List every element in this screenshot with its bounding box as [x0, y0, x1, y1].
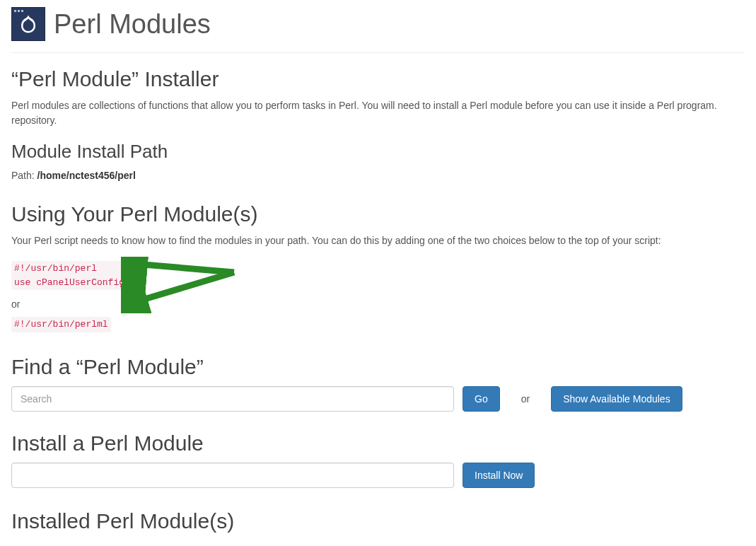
using-description: Your Perl script needs to know how to fi…: [11, 233, 745, 248]
go-button[interactable]: Go: [463, 386, 500, 412]
install-path-line: Path: /home/nctest456/perl: [11, 170, 745, 181]
show-available-modules-button[interactable]: Show Available Modules: [551, 386, 682, 412]
code-snippet-1: #!/usr/bin/perl use cPanelUserConfig;: [11, 261, 133, 290]
install-path-value: /home/nctest456/perl: [37, 170, 136, 181]
perl-onion-icon: [11, 7, 45, 41]
install-module-input[interactable]: [11, 463, 454, 488]
installed-heading: Installed Perl Module(s): [11, 509, 745, 533]
install-path-section: Module Install Path Path: /home/nctest45…: [11, 141, 745, 181]
find-section: Find a “Perl Module” Go or Show Availabl…: [11, 355, 745, 412]
installer-heading: “Perl Module” Installer: [11, 67, 745, 91]
install-path-label: Path:: [11, 170, 37, 181]
using-section: Using Your Perl Module(s) Your Perl scri…: [11, 202, 745, 334]
install-form-row: Install Now: [11, 463, 745, 488]
find-or-text: or: [508, 393, 542, 405]
install-heading: Install a Perl Module: [11, 431, 745, 455]
find-form-row: Go or Show Available Modules: [11, 386, 745, 412]
install-path-heading: Module Install Path: [11, 141, 745, 163]
install-section: Install a Perl Module Install Now: [11, 431, 745, 488]
using-heading: Using Your Perl Module(s): [11, 202, 745, 226]
installed-section: Installed Perl Module(s): [11, 509, 745, 533]
install-now-button[interactable]: Install Now: [463, 463, 535, 488]
installer-section: “Perl Module” Installer Perl modules are…: [11, 67, 745, 128]
code-or-text: or: [11, 298, 745, 310]
find-heading: Find a “Perl Module”: [11, 355, 745, 379]
search-input[interactable]: [11, 386, 454, 412]
page-title: Perl Modules: [54, 9, 211, 40]
page-header: Perl Modules: [11, 0, 745, 53]
code-snippet-2: #!/usr/bin/perlml: [11, 317, 111, 332]
code-block-1: #!/usr/bin/perl use cPanelUserConfig;: [11, 261, 745, 291]
code-block-2: #!/usr/bin/perlml: [11, 317, 745, 334]
installer-description: Perl modules are collections of function…: [11, 98, 745, 128]
